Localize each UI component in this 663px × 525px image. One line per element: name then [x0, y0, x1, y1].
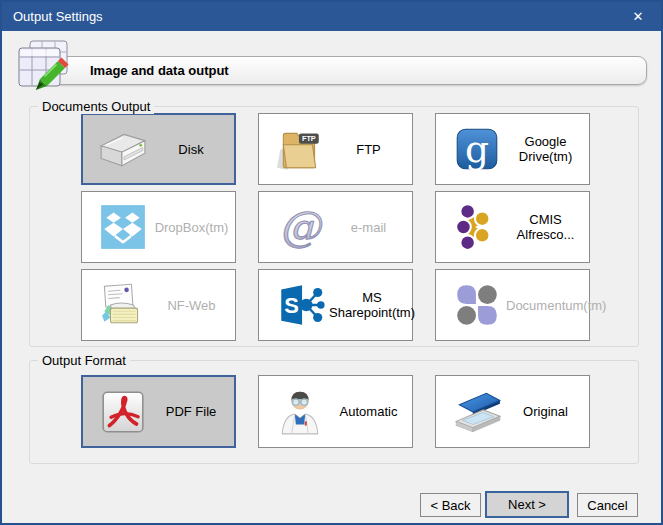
close-icon: ✕	[633, 9, 644, 24]
option-label: CMIS Alfresco...	[502, 212, 589, 242]
documents-output-group: Documents Output Disk FTP FTP g Google D…	[29, 106, 639, 347]
option-label: DropBox(tm)	[148, 220, 235, 235]
doc-output-cmis-alfresco[interactable]: CMIS Alfresco...	[435, 191, 590, 263]
option-label: Disk	[148, 142, 234, 157]
email-at-icon: @	[275, 202, 325, 252]
doc-output-dropbox-tm: DropBox(tm)	[81, 191, 236, 263]
svg-text:FTP: FTP	[302, 134, 316, 143]
grid-pencil-icon	[17, 40, 71, 92]
option-label: Google Drive(tm)	[502, 134, 589, 164]
documentum-icon	[452, 280, 502, 330]
group-label: Documents Output	[38, 99, 154, 114]
doc-output-ms-sharepoint-tm[interactable]: S MS Sharepoint(tm)	[258, 269, 413, 341]
doc-output-google-drive-tm[interactable]: g Google Drive(tm)	[435, 113, 590, 185]
option-label: NF-Web	[148, 298, 235, 313]
wizard-step-title: Image and data output	[90, 63, 229, 78]
documents-output-grid: Disk FTP FTP g Google Drive(tm) DropBox(…	[30, 107, 638, 341]
doc-output-nf-web: NF-Web	[81, 269, 236, 341]
svg-text:g: g	[465, 127, 489, 171]
option-label: PDF File	[148, 404, 234, 419]
pdf-file-icon	[98, 387, 148, 437]
group-label: Output Format	[38, 353, 130, 368]
option-label: Original	[502, 404, 589, 419]
doc-output-documentum-tm: Documentum(tm)	[435, 269, 590, 341]
close-button[interactable]: ✕	[621, 2, 655, 31]
automatic-scientist-icon	[275, 387, 325, 437]
cancel-button[interactable]: Cancel	[577, 493, 638, 517]
doc-output-e-mail: @ e-mail	[258, 191, 413, 263]
output-format-grid: PDF File Automatic Original	[30, 361, 638, 448]
ftp-folder-icon: FTP	[275, 124, 325, 174]
option-label: Automatic	[325, 404, 412, 419]
output-settings-dialog: Output Settings ✕ Image and data output …	[0, 0, 663, 525]
doc-output-ftp[interactable]: FTP FTP	[258, 113, 413, 185]
sharepoint-icon: S	[275, 280, 325, 330]
format-automatic[interactable]: Automatic	[258, 375, 413, 448]
dropbox-icon	[98, 202, 148, 252]
next-button[interactable]: Next >	[485, 491, 569, 518]
window-titlebar: Output Settings ✕	[2, 2, 661, 31]
option-label: Documentum(tm)	[502, 298, 610, 313]
google-g-icon: g	[452, 124, 502, 174]
svg-text:@: @	[279, 202, 322, 251]
svg-text:S: S	[284, 293, 299, 318]
format-original[interactable]: Original	[435, 375, 590, 448]
option-label: e-mail	[325, 220, 412, 235]
output-format-group: Output Format PDF File Automatic Origina…	[29, 360, 639, 464]
original-scanner-icon	[452, 387, 502, 437]
disk-drive-icon	[98, 124, 148, 174]
back-button[interactable]: < Back	[420, 493, 481, 517]
window-title: Output Settings	[13, 9, 103, 24]
wizard-step-header: Image and data output	[49, 56, 647, 85]
option-label: MS Sharepoint(tm)	[325, 290, 419, 320]
cmis-alfresco-icon	[452, 202, 502, 252]
doc-output-disk[interactable]: Disk	[81, 113, 236, 185]
option-label: FTP	[325, 142, 412, 157]
nf-web-icon	[98, 280, 148, 330]
format-pdf-file[interactable]: PDF File	[81, 375, 236, 448]
